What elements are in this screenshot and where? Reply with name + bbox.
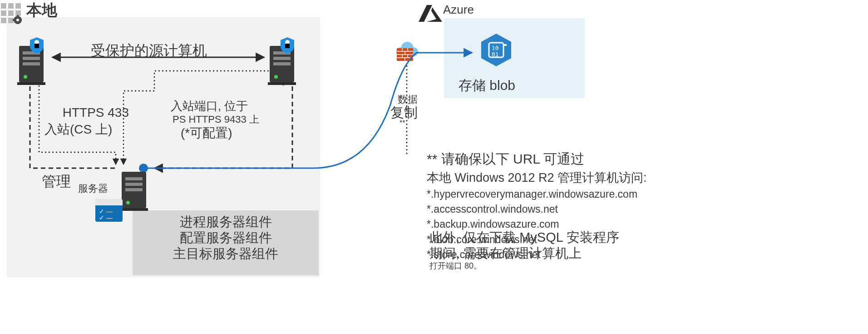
svg-rect-47 xyxy=(285,44,290,48)
protected-source-label: 受保护的源计算机 xyxy=(91,41,207,61)
inbound-port-label-3: (*可配置) xyxy=(181,125,232,142)
url-item-1: *.hypervrecoverymanager.windowsazure.com xyxy=(427,187,647,202)
url-item-2: *.accesscontrol.windows.net xyxy=(427,202,647,217)
checklist-icon: ✓ —✓ — xyxy=(95,199,123,222)
url-heading-1: ** 请确保以下 URL 可通过 xyxy=(427,149,647,169)
port80-note-2: 期间, 需要在管理计算机上 xyxy=(429,245,619,261)
shield-icon xyxy=(30,37,44,54)
https-cs-label-2: 入站(CS 上) xyxy=(44,121,112,138)
inbound-port-label-1: 入站端口, 位于 xyxy=(171,98,248,114)
svg-point-45 xyxy=(274,75,278,79)
port80-note: 此外, 仅在下载 MySQL 安装程序 期间, 需要在管理计算机上 打开端口 8… xyxy=(429,229,619,271)
port80-note-1: 此外, 仅在下载 MySQL 安装程序 xyxy=(429,229,619,245)
management-label: 管理 xyxy=(42,172,71,192)
https-cs-label-1: HTTPS 433 xyxy=(52,105,129,120)
svg-rect-39 xyxy=(17,82,45,85)
management-server-icon xyxy=(120,170,148,211)
svg-point-52 xyxy=(126,201,130,204)
svg-rect-44 xyxy=(273,62,291,65)
svg-rect-53 xyxy=(120,208,148,211)
svg-rect-40 xyxy=(35,44,39,48)
svg-rect-51 xyxy=(125,188,143,191)
replication-stars: ** xyxy=(399,119,405,127)
port80-note-3: 打开端口 80。 xyxy=(429,261,619,271)
svg-rect-46 xyxy=(268,82,296,85)
server-sublabel: 服务器 xyxy=(78,182,108,195)
svg-rect-43 xyxy=(273,57,291,60)
svg-rect-37 xyxy=(23,62,40,65)
svg-rect-49 xyxy=(125,177,143,180)
url-heading-2: 本地 Windows 2012 R2 管理计算机访问: xyxy=(427,169,647,187)
svg-rect-36 xyxy=(23,57,40,60)
svg-point-38 xyxy=(24,75,27,79)
shield-icon xyxy=(281,37,294,54)
svg-rect-50 xyxy=(125,183,143,186)
